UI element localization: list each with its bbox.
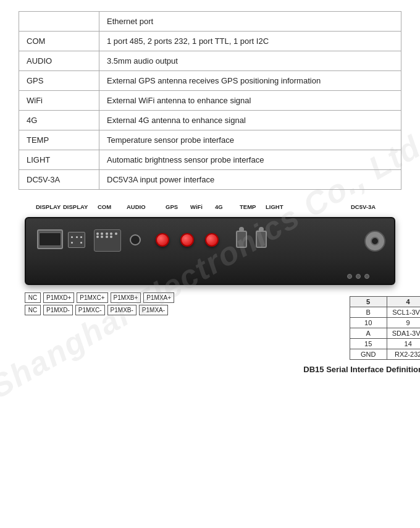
label-com: COM bbox=[98, 203, 111, 210]
label-audio: AUDIO bbox=[127, 203, 146, 210]
dot1 bbox=[347, 274, 352, 279]
light-port bbox=[256, 231, 267, 248]
interface-table: Ethernet portCOM1 port 485, 2 ports 232,… bbox=[19, 11, 401, 190]
table-cell-desc: External WiFi antenna to enhance signal bbox=[99, 91, 401, 111]
db15-cell: 5 bbox=[350, 297, 387, 307]
device-dots bbox=[347, 274, 369, 279]
wifi-button bbox=[180, 233, 194, 247]
db15-cell: A bbox=[350, 328, 387, 339]
pin-p1mxd-minus: P1MXD- bbox=[43, 305, 73, 315]
ethernet-port-inner bbox=[39, 232, 61, 246]
table-cell-label: AUDIO bbox=[19, 51, 99, 71]
label-gps: GPS bbox=[166, 203, 178, 210]
label-temp: TEMP bbox=[240, 203, 256, 210]
label-4g: 4G bbox=[215, 203, 223, 210]
db15-section: 54321BSCL1-3V3UTXD-RX4VDD-5V109876ASDA1-… bbox=[178, 296, 420, 374]
db15-cell: 14 bbox=[387, 339, 420, 349]
table-cell-desc: External GPS antenna receives GPS positi… bbox=[99, 71, 401, 91]
pin-p1mxd-plus: P1MXD+ bbox=[43, 292, 74, 303]
dot2 bbox=[356, 274, 361, 279]
table-cell-desc: Temperature sensor probe interface bbox=[99, 130, 401, 150]
nc-box-1: NC bbox=[25, 292, 41, 303]
table-cell-label: LIGHT bbox=[19, 150, 99, 170]
db15-cell: 15 bbox=[350, 339, 387, 349]
device-box bbox=[25, 217, 395, 285]
table-cell-label: TEMP bbox=[19, 130, 99, 150]
label-light: LIGHT bbox=[266, 203, 284, 210]
db15-cell: SCL1-3V3 bbox=[387, 307, 420, 318]
pin-p1mxb-plus: P1MXB+ bbox=[111, 292, 141, 303]
table-cell-desc: Ethernet port bbox=[99, 12, 401, 32]
pin-p1mxa-plus: P1MXA+ bbox=[143, 292, 174, 303]
db15-cell: SDA1-3V3 bbox=[387, 328, 420, 339]
pin-p1mxb-minus: P1MXB- bbox=[107, 305, 136, 315]
db15-cell: 4 bbox=[387, 297, 420, 307]
pin-p1mxc-plus: P1MXC+ bbox=[77, 292, 107, 303]
db15-caption: DB15 Serial Interface Definition bbox=[178, 365, 420, 374]
db15-cell: 10 bbox=[350, 318, 387, 328]
temp-port bbox=[236, 231, 247, 248]
label-dc: DC5V-3A bbox=[351, 203, 376, 210]
audio-port bbox=[130, 234, 141, 245]
db15-cell: 9 bbox=[387, 318, 420, 328]
pin-p1mxa-minus: P1MXA- bbox=[139, 305, 168, 315]
table-cell-label: GPS bbox=[19, 71, 99, 91]
port-labels-row: DISPLAY DISPLAY COM AUDIO GPS WiFi 4G TE… bbox=[25, 203, 395, 217]
nc-box-2: NC bbox=[25, 305, 41, 315]
label-display2: DISPLAY bbox=[63, 203, 88, 210]
table-cell-desc: 1 port 485, 2 ports 232, 1 port TTL, 1 p… bbox=[99, 32, 401, 51]
4g-button bbox=[205, 233, 219, 247]
com-port-inner bbox=[94, 230, 120, 241]
table-cell-label bbox=[19, 12, 99, 32]
db15-cell: B bbox=[350, 307, 387, 318]
connector-labels: NC P1MXD+ P1MXC+ P1MXB+ P1MXA+ NC P1MXD-… bbox=[25, 292, 174, 315]
db15-cell: GND bbox=[350, 349, 387, 360]
table-cell-label: 4G bbox=[19, 111, 99, 130]
table-cell-label: WiFi bbox=[19, 91, 99, 111]
dot3 bbox=[364, 274, 369, 279]
label-wifi: WiFi bbox=[190, 203, 203, 210]
connector-row-2: NC P1MXD- P1MXC- P1MXB- P1MXA- bbox=[25, 305, 174, 315]
dc-port bbox=[364, 231, 385, 252]
com-port bbox=[94, 229, 121, 252]
dc-inner bbox=[371, 237, 379, 245]
table-cell-desc: 3.5mm audio output bbox=[99, 51, 401, 71]
dc-outer bbox=[364, 231, 385, 252]
pin-p1mxc-minus: P1MXC- bbox=[75, 305, 105, 315]
table-cell-desc: External 4G antenna to enhance signal bbox=[99, 111, 401, 130]
db15-table: 54321BSCL1-3V3UTXD-RX4VDD-5V109876ASDA1-… bbox=[350, 296, 420, 360]
gps-button bbox=[156, 233, 169, 247]
table-cell-label: DC5V-3A bbox=[19, 170, 99, 190]
label-display1: DISPLAY bbox=[36, 203, 61, 210]
ethernet-port bbox=[37, 229, 63, 249]
connector-section: NC P1MXD+ P1MXC+ P1MXB+ P1MXA+ NC P1MXD-… bbox=[25, 291, 395, 374]
db15-cell: RX2-232 bbox=[387, 349, 420, 360]
connector-row-1: NC P1MXD+ P1MXC+ P1MXB+ P1MXA+ bbox=[25, 292, 174, 303]
device-section: DISPLAY DISPLAY COM AUDIO GPS WiFi 4G TE… bbox=[19, 203, 401, 374]
table-cell-label: COM bbox=[19, 32, 99, 51]
display-mini-port bbox=[68, 232, 85, 248]
table-cell-desc: Automatic brightness sensor probe interf… bbox=[99, 150, 401, 170]
table-cell-desc: DC5V3A input power interface bbox=[99, 170, 401, 190]
